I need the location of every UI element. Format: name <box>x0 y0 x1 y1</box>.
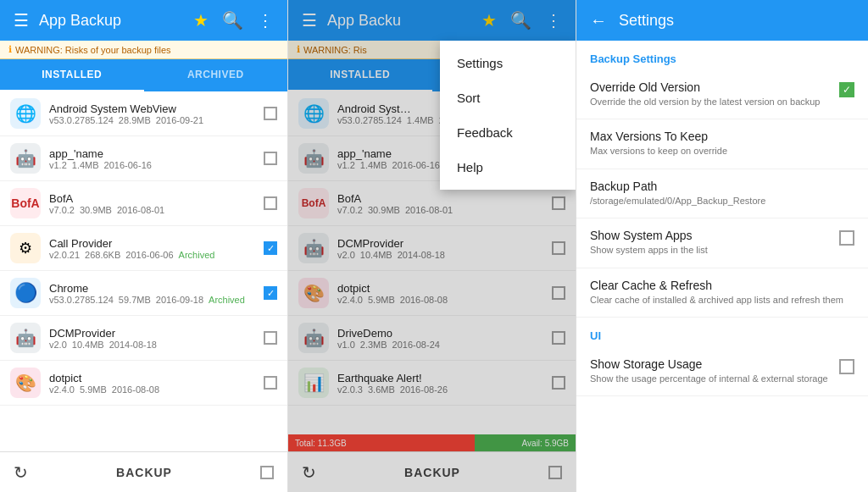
app-checkbox[interactable] <box>264 152 277 165</box>
toolbar-panel1: ☰ App Backup ★ 🔍 ⋮ <box>0 0 287 41</box>
app-meta: v53.0.2785.124 59.7MB 2016-09-18 Archive… <box>49 295 255 305</box>
list-item: 🤖 DCMProvider v2.0 10.4MB 2014-08-18 <box>0 316 287 361</box>
settings-item-maxversions[interactable]: Max Versions To Keep Max versions to kee… <box>576 119 868 169</box>
app-name: Android System WebView <box>49 102 255 115</box>
bottom-bar-1: ↻ BACKUP <box>0 451 287 492</box>
search-icon[interactable]: 🔍 <box>219 7 247 34</box>
app-checkbox[interactable] <box>264 107 277 120</box>
app-name: Chrome <box>49 282 255 295</box>
app-icon-chrome: 🔵 <box>10 278 41 308</box>
list-item: ⚙ Call Provider v2.0.21 268.6KB 2016-06-… <box>0 226 287 271</box>
warning-bar-1: ℹ WARNING: Risks of your backup files <box>0 41 287 59</box>
tabs-panel1: INSTALLED ARCHIVED <box>0 59 287 91</box>
app-name: Call Provider <box>49 237 255 250</box>
app-meta: v1.2 1.4MB 2016-06-16 <box>49 160 255 170</box>
settings-content: Backup Settings Override Old Version Ove… <box>576 41 868 492</box>
app-name: DCMProvider <box>49 327 255 340</box>
settings-item-storageusage[interactable]: Show Storage Usage Show the usage percen… <box>576 347 868 396</box>
archived-badge: Archived <box>209 295 245 305</box>
setting-title: Clear Cache & Refresh <box>590 279 854 292</box>
tab-installed-1[interactable]: INSTALLED <box>0 59 144 91</box>
star-icon[interactable]: ★ <box>190 7 212 34</box>
back-icon[interactable]: ← <box>587 8 610 34</box>
showsystem-checkbox[interactable] <box>839 230 854 246</box>
dropdown-feedback[interactable]: Feedback <box>440 115 576 150</box>
setting-desc: /storage/emulated/0/App_Backup_Restore <box>590 195 854 207</box>
settings-item-backuppath[interactable]: Backup Path /storage/emulated/0/App_Back… <box>576 169 868 218</box>
app-name: app_'name <box>49 147 255 160</box>
tab-archived-1[interactable]: ARCHIVED <box>144 59 288 91</box>
section-label-backup: Backup Settings <box>576 41 868 70</box>
select-all-checkbox-1[interactable] <box>260 466 274 479</box>
setting-desc: Clear cache of installed & archived app … <box>590 294 854 307</box>
setting-desc: Show the usage percentage of internal & … <box>590 373 829 385</box>
setting-title: Override Old Version <box>590 80 829 94</box>
list-item: BofA BofA v7.0.2 30.9MB 2016-08-01 <box>0 181 287 226</box>
app-checkbox[interactable] <box>264 376 277 390</box>
setting-title: Show System Apps <box>590 229 829 242</box>
setting-title: Show Storage Usage <box>590 357 829 371</box>
panel-settings: ← Settings Backup Settings Override Old … <box>576 0 868 492</box>
app-icon-dotpict: 🎨 <box>10 368 41 398</box>
panel1-title: App Backup <box>39 12 183 30</box>
app-checkbox[interactable]: ✓ <box>264 286 277 300</box>
settings-item-showsystem[interactable]: Show System Apps Show system apps in the… <box>576 218 868 268</box>
settings-item-override[interactable]: Override Old Version Override the old ve… <box>576 70 868 119</box>
list-item: 🌐 Android System WebView v53.0.2785.124 … <box>0 91 287 136</box>
app-meta: v2.0.21 268.6KB 2016-06-06 Archived <box>49 250 255 260</box>
setting-title: Backup Path <box>590 180 854 193</box>
app-checkbox[interactable] <box>264 196 277 210</box>
app-meta: v7.0.2 30.9MB 2016-08-01 <box>49 205 255 215</box>
more-icon[interactable]: ⋮ <box>253 7 277 34</box>
app-meta: v53.0.2785.124 28.9MB 2016-09-21 <box>49 115 255 125</box>
storageusage-checkbox[interactable] <box>839 359 854 374</box>
app-checkbox[interactable] <box>264 331 277 345</box>
app-name: dotpict <box>49 372 255 384</box>
app-icon-appname: 🤖 <box>10 143 41 174</box>
list-item: 🎨 dotpict v2.4.0 5.9MB 2016-08-08 <box>0 361 287 406</box>
settings-toolbar: ← Settings <box>576 0 868 41</box>
settings-title: Settings <box>619 12 858 30</box>
app-icon-callprovider: ⚙ <box>10 233 41 263</box>
panel-app-list-2: ☰ App Backu ★ 🔍 ⋮ ℹ WARNING: Ris INSTALL… <box>288 0 576 492</box>
panel-app-list: ☰ App Backup ★ 🔍 ⋮ ℹ WARNING: Risks of y… <box>0 0 288 492</box>
list-item: 🔵 Chrome v53.0.2785.124 59.7MB 2016-09-1… <box>0 271 287 316</box>
app-meta: v2.4.0 5.9MB 2016-08-08 <box>49 384 255 395</box>
dropdown-sort[interactable]: Sort <box>440 80 576 115</box>
setting-title: Max Versions To Keep <box>590 130 854 143</box>
section-label-ui: UI <box>576 318 868 347</box>
menu-icon[interactable]: ☰ <box>10 7 32 34</box>
override-checkbox[interactable]: ✓ <box>839 82 854 97</box>
setting-desc: Override the old version by the latest v… <box>590 96 829 108</box>
setting-desc: Max versions to keep on override <box>590 145 854 158</box>
setting-desc: Show system apps in the list <box>590 244 829 257</box>
app-icon-dcmprovider: 🤖 <box>10 323 41 353</box>
warning-text-1: WARNING: Risks of your backup files <box>15 45 171 55</box>
list-item: 🤖 app_'name v1.2 1.4MB 2016-06-16 <box>0 136 287 181</box>
app-checkbox[interactable]: ✓ <box>264 241 277 255</box>
app-icon-bofa: BofA <box>10 188 41 218</box>
archived-badge: Archived <box>179 250 215 260</box>
app-meta: v2.0 10.4MB 2014-08-18 <box>49 340 255 350</box>
dropdown-help[interactable]: Help <box>440 150 576 185</box>
backup-button-1[interactable]: BACKUP <box>28 466 260 479</box>
app-icon-webview: 🌐 <box>10 98 41 129</box>
dropdown-menu: Settings Sort Feedback Help <box>440 41 576 190</box>
app-name: BofA <box>49 192 255 205</box>
dropdown-settings[interactable]: Settings <box>440 46 576 80</box>
refresh-icon[interactable]: ↻ <box>14 462 28 483</box>
app-list-1: 🌐 Android System WebView v53.0.2785.124 … <box>0 91 287 451</box>
settings-item-clearcache[interactable]: Clear Cache & Refresh Clear cache of ins… <box>576 268 868 318</box>
warning-icon: ℹ <box>8 44 12 55</box>
